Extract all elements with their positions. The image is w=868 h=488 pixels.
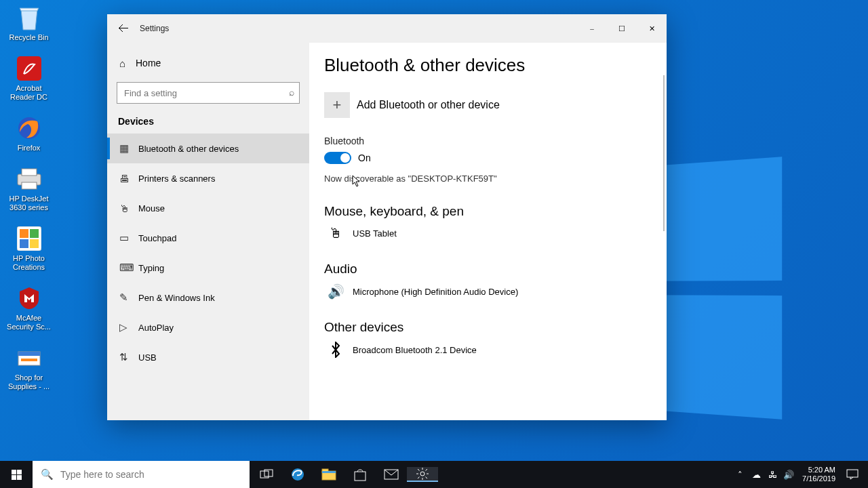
usb-icon: ⇅ (119, 351, 138, 363)
sidebar-item-label: Touchpad (138, 233, 176, 243)
search-icon: ⌕ (289, 87, 294, 98)
tray-overflow-icon[interactable]: ˄ (732, 470, 748, 480)
printers-icon: 🖶 (119, 173, 138, 184)
device-microphone[interactable]: 🔊 Microphone (High Definition Audio Devi… (324, 283, 667, 300)
section-other-heading: Other devices (324, 320, 667, 335)
taskbar-app-edge[interactable] (282, 467, 313, 482)
svg-rect-4 (22, 182, 37, 189)
desktop-icon-label: HP Photo Creations (3, 254, 54, 272)
sidebar-item-usb[interactable]: ⇅ USB (107, 342, 309, 372)
bluetooth-heading: Bluetooth (324, 136, 667, 146)
device-label: Microphone (High Definition Audio Device… (353, 287, 518, 297)
back-button[interactable]: 🡠 (107, 22, 140, 35)
minimize-button[interactable]: – (577, 18, 607, 39)
windows-icon (12, 470, 22, 480)
page-title: Bluetooth & other devices (324, 55, 667, 76)
taskbar-search-placeholder: Type here to search (60, 469, 144, 480)
search-box: ⌕ (117, 82, 300, 104)
start-button[interactable] (0, 461, 33, 488)
window-title: Settings (140, 24, 169, 33)
search-icon: 🔍 (41, 468, 54, 481)
sidebar-item-touchpad[interactable]: ▭ Touchpad (107, 223, 309, 253)
desktop-icon-label: Recycle Bin (3, 33, 54, 42)
desktop-icon-shop-supplies[interactable]: Shop for Supplies - ... (3, 344, 54, 391)
taskbar-app-mail[interactable] (376, 469, 407, 480)
device-usb-tablet[interactable]: 🖱 USB Tablet (324, 226, 667, 241)
pen-icon: ✎ (119, 291, 138, 304)
device-label: Broadcom Bluetooth 2.1 Device (353, 345, 477, 355)
task-view-button[interactable] (251, 469, 282, 480)
settings-window: 🡠 Settings – ☐ ✕ ⌂ Home ⌕ Devices ▦ Blue… (107, 14, 667, 420)
svg-line-29 (426, 469, 428, 471)
action-center-button[interactable] (841, 469, 864, 480)
desktop-icon-label: Acrobat Reader DC (3, 84, 54, 102)
sidebar-item-printers[interactable]: 🖶 Printers & scanners (107, 163, 309, 193)
svg-rect-12 (21, 359, 37, 361)
desktop-icon-acrobat[interactable]: Acrobat Reader DC (3, 54, 54, 102)
scrollbar-thumb[interactable] (663, 75, 665, 231)
bluetooth-icon (324, 342, 347, 358)
tray-clock[interactable]: 5:20 AM 7/16/2019 (797, 466, 841, 483)
maximize-button[interactable]: ☐ (607, 18, 637, 39)
device-broadcom-bluetooth[interactable]: Broadcom Bluetooth 2.1 Device (324, 342, 667, 358)
section-mouse-heading: Mouse, keyboard, & pen (324, 204, 667, 219)
desktop-icon-mcafee[interactable]: McAfee Security Sc... (3, 284, 54, 331)
svg-line-26 (418, 469, 420, 471)
sidebar-item-label: AutoPlay (138, 323, 174, 333)
tray-time: 5:20 AM (802, 466, 835, 474)
add-device-button[interactable]: + Add Bluetooth or other device (324, 92, 667, 118)
taskbar-app-settings[interactable] (407, 467, 438, 482)
svg-rect-0 (17, 56, 41, 81)
svg-point-21 (420, 472, 425, 476)
close-button[interactable]: ✕ (637, 18, 667, 39)
sidebar-item-typing[interactable]: ⌨ Typing (107, 253, 309, 283)
desktop-icon-hp-deskjet[interactable]: HP DeskJet 3630 series (3, 165, 54, 212)
desktop-icon-hp-photo[interactable]: HP Photo Creations (3, 224, 54, 272)
touchpad-icon: ▭ (119, 232, 138, 244)
mouse-device-icon: 🖱 (324, 226, 347, 241)
taskbar-search[interactable]: 🔍 Type here to search (33, 461, 250, 488)
search-input[interactable] (117, 82, 300, 104)
printer-icon (15, 165, 43, 193)
svg-rect-6 (20, 229, 28, 238)
hp-photo-icon (15, 224, 43, 253)
sidebar-item-pen[interactable]: ✎ Pen & Windows Ink (107, 283, 309, 312)
sidebar-item-bluetooth[interactable]: ▦ Bluetooth & other devices (107, 134, 309, 163)
svg-rect-11 (18, 352, 40, 356)
svg-rect-19 (355, 472, 366, 481)
section-audio-heading: Audio (324, 262, 667, 277)
bluetooth-toggle-state: On (358, 152, 371, 163)
autoplay-icon: ▷ (119, 321, 138, 333)
svg-rect-9 (30, 239, 39, 248)
device-label: USB Tablet (353, 228, 397, 239)
tray-date: 7/16/2019 (802, 474, 835, 483)
sidebar-item-label: USB (138, 352, 157, 363)
desktop-icon-label: Shop for Supplies - ... (3, 373, 54, 391)
desktop-icon-firefox[interactable]: Firefox (3, 114, 54, 152)
sidebar-item-label: Typing (138, 263, 164, 273)
recycle-bin-icon (15, 3, 43, 32)
sidebar-home[interactable]: ⌂ Home (107, 49, 309, 77)
svg-rect-30 (847, 470, 858, 477)
tray-network-icon[interactable]: 🖧 (764, 470, 781, 480)
tray-onedrive-icon[interactable]: ☁ (748, 470, 764, 480)
svg-rect-7 (30, 229, 39, 238)
content-area: Bluetooth & other devices + Add Bluetoot… (309, 43, 667, 420)
svg-rect-3 (22, 169, 37, 176)
taskbar-app-store[interactable] (344, 468, 376, 481)
sidebar-item-autoplay[interactable]: ▷ AutoPlay (107, 312, 309, 342)
sidebar-home-label: Home (136, 58, 161, 68)
desktop-icon-label: HP DeskJet 3630 series (3, 195, 54, 212)
plus-icon: + (324, 92, 350, 118)
tray-volume-icon[interactable]: 🔊 (781, 470, 797, 480)
sidebar-item-label: Pen & Windows Ink (138, 293, 215, 303)
taskbar-app-explorer[interactable] (313, 468, 344, 481)
svg-line-27 (426, 477, 428, 479)
sidebar-item-mouse[interactable]: 🖱 Mouse (107, 193, 309, 223)
firefox-icon (15, 114, 43, 142)
mouse-icon: 🖱 (119, 203, 138, 214)
desktop-icon-recycle-bin[interactable]: Recycle Bin (3, 3, 54, 42)
acrobat-icon (15, 54, 43, 83)
svg-line-28 (418, 477, 420, 479)
bluetooth-toggle[interactable] (324, 152, 351, 164)
